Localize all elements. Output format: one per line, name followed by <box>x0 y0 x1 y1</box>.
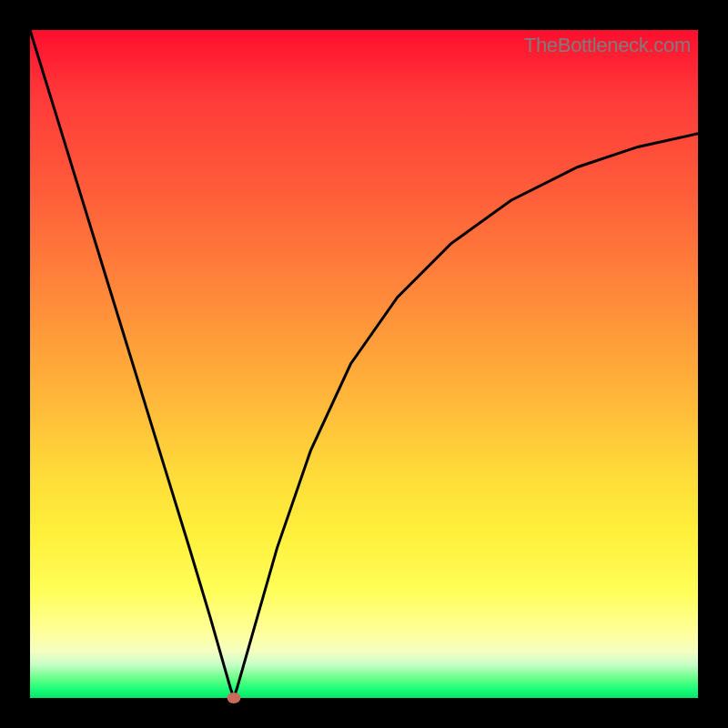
minimum-marker-icon <box>227 693 240 703</box>
curve-left-branch <box>30 30 234 698</box>
chart-frame: TheBottleneck.com <box>0 0 728 728</box>
curve-right-branch <box>234 134 698 698</box>
bottleneck-curve <box>30 30 698 698</box>
plot-area: TheBottleneck.com <box>30 30 698 698</box>
